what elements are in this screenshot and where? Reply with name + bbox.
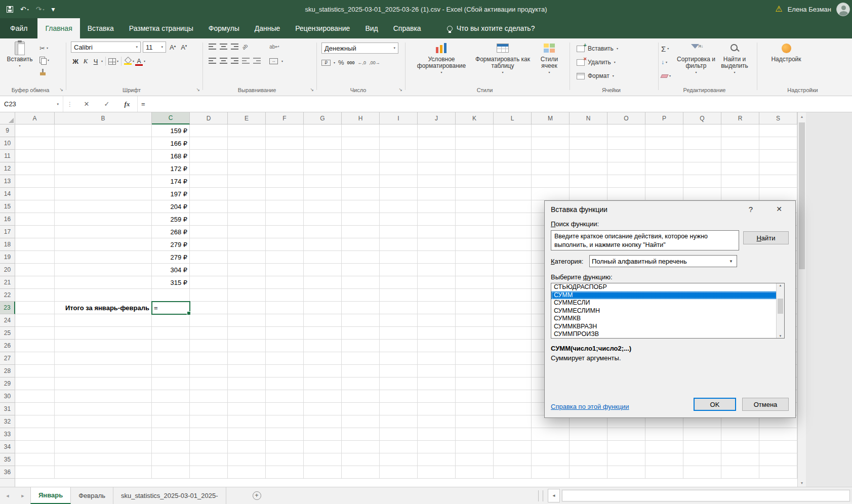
cell-H11[interactable] bbox=[342, 150, 380, 162]
cell-D34[interactable] bbox=[190, 441, 228, 453]
cell-H16[interactable] bbox=[342, 213, 380, 226]
cell-J16[interactable] bbox=[418, 213, 456, 226]
cell-C11[interactable]: 168 ₽ bbox=[152, 150, 190, 162]
cell-Q12[interactable] bbox=[683, 162, 721, 175]
cell-E21[interactable] bbox=[228, 276, 266, 289]
cell-L15[interactable] bbox=[494, 200, 532, 213]
row-header-31[interactable]: 31 bbox=[0, 403, 15, 415]
fill-button[interactable]: ↓▾ bbox=[661, 57, 667, 67]
cell-L9[interactable] bbox=[494, 124, 532, 137]
cell-K19[interactable] bbox=[456, 251, 494, 264]
cell-I22[interactable] bbox=[380, 289, 418, 302]
row-header-21[interactable]: 21 bbox=[0, 276, 15, 289]
cell-E9[interactable] bbox=[228, 124, 266, 137]
cell-L34[interactable] bbox=[494, 441, 532, 453]
cell-J34[interactable] bbox=[418, 441, 456, 453]
cell-F27[interactable] bbox=[266, 352, 304, 365]
cell-L30[interactable] bbox=[494, 390, 532, 403]
cell-P35[interactable] bbox=[645, 453, 683, 466]
alignment-dialog-launcher[interactable]: ↘ bbox=[310, 87, 314, 92]
cell-G9[interactable] bbox=[304, 124, 342, 137]
column-header-A[interactable]: A bbox=[15, 112, 55, 124]
cell-J20[interactable] bbox=[418, 264, 456, 276]
cell-O10[interactable] bbox=[607, 137, 645, 150]
cell-D21[interactable] bbox=[190, 276, 228, 289]
column-header-E[interactable]: E bbox=[228, 112, 266, 124]
percent-style-button[interactable]: % bbox=[338, 59, 344, 66]
cell-L10[interactable] bbox=[494, 137, 532, 150]
cell-C9[interactable]: 159 ₽ bbox=[152, 124, 190, 137]
cell-G25[interactable] bbox=[304, 327, 342, 340]
row-header-10[interactable]: 10 bbox=[0, 137, 15, 150]
cell-E22[interactable] bbox=[228, 289, 266, 302]
cell-B26[interactable] bbox=[55, 340, 152, 352]
cell-I33[interactable] bbox=[380, 428, 418, 441]
cell-S13[interactable] bbox=[759, 175, 797, 188]
cell-K32[interactable] bbox=[456, 415, 494, 428]
cell-L27[interactable] bbox=[494, 352, 532, 365]
cell-F20[interactable] bbox=[266, 264, 304, 276]
cell-I29[interactable] bbox=[380, 377, 418, 390]
cell-A22[interactable] bbox=[15, 289, 55, 302]
cell-H24[interactable] bbox=[342, 314, 380, 327]
cell-D17[interactable] bbox=[190, 226, 228, 238]
function-item-СУММЕСЛИ[interactable]: СУММЕСЛИ bbox=[551, 299, 784, 307]
cell-M14[interactable] bbox=[532, 188, 570, 200]
cell-H12[interactable] bbox=[342, 162, 380, 175]
cell-A10[interactable] bbox=[15, 137, 55, 150]
align-center-button[interactable] bbox=[220, 58, 227, 64]
number-format-select[interactable]: Денежный▾ bbox=[321, 43, 398, 54]
function-item-СУММКВ[interactable]: СУММКВ bbox=[551, 315, 784, 323]
cell-J27[interactable] bbox=[418, 352, 456, 365]
cell-L31[interactable] bbox=[494, 403, 532, 415]
cell-Q9[interactable] bbox=[683, 124, 721, 137]
cell-L36[interactable] bbox=[494, 466, 532, 479]
cell-I12[interactable] bbox=[380, 162, 418, 175]
function-help-link[interactable]: Справка по этой функции bbox=[551, 403, 629, 410]
cell-L24[interactable] bbox=[494, 314, 532, 327]
cell-F15[interactable] bbox=[266, 200, 304, 213]
cell-P34[interactable] bbox=[645, 441, 683, 453]
cell-D24[interactable] bbox=[190, 314, 228, 327]
cell-S9[interactable] bbox=[759, 124, 797, 137]
cell-G21[interactable] bbox=[304, 276, 342, 289]
cell-N34[interactable] bbox=[570, 441, 607, 453]
cell-I24[interactable] bbox=[380, 314, 418, 327]
cell-Q14[interactable] bbox=[683, 188, 721, 200]
cell-A21[interactable] bbox=[15, 276, 55, 289]
cell-E34[interactable] bbox=[228, 441, 266, 453]
cell-A33[interactable] bbox=[15, 428, 55, 441]
cell-H28[interactable] bbox=[342, 365, 380, 377]
cell-M13[interactable] bbox=[532, 175, 570, 188]
cell-K18[interactable] bbox=[456, 238, 494, 251]
row-header-35[interactable]: 35 bbox=[0, 453, 15, 466]
cell-I26[interactable] bbox=[380, 340, 418, 352]
cell-S12[interactable] bbox=[759, 162, 797, 175]
format-as-table-button[interactable]: Форматировать как таблицу▾ bbox=[475, 39, 531, 74]
cell-K20[interactable] bbox=[456, 264, 494, 276]
cell-J21[interactable] bbox=[418, 276, 456, 289]
cell-C17[interactable]: 268 ₽ bbox=[152, 226, 190, 238]
cell-J11[interactable] bbox=[418, 150, 456, 162]
cell-E35[interactable] bbox=[228, 453, 266, 466]
cell-J10[interactable] bbox=[418, 137, 456, 150]
cell-G28[interactable] bbox=[304, 365, 342, 377]
cell-G33[interactable] bbox=[304, 428, 342, 441]
cell-S10[interactable] bbox=[759, 137, 797, 150]
tab-data[interactable]: Данные bbox=[247, 18, 288, 38]
cell-B30[interactable] bbox=[55, 390, 152, 403]
cell-I23[interactable] bbox=[380, 302, 418, 314]
cell-O13[interactable] bbox=[607, 175, 645, 188]
cell-S34[interactable] bbox=[759, 441, 797, 453]
cell-E26[interactable] bbox=[228, 340, 266, 352]
cell-R9[interactable] bbox=[721, 124, 759, 137]
cell-E20[interactable] bbox=[228, 264, 266, 276]
cell-L18[interactable] bbox=[494, 238, 532, 251]
cell-H21[interactable] bbox=[342, 276, 380, 289]
row-header-34[interactable]: 34 bbox=[0, 441, 15, 453]
row-header-22[interactable]: 22 bbox=[0, 289, 15, 302]
cell-L29[interactable] bbox=[494, 377, 532, 390]
cell-M11[interactable] bbox=[532, 150, 570, 162]
cell-I36[interactable] bbox=[380, 466, 418, 479]
cell-C19[interactable]: 279 ₽ bbox=[152, 251, 190, 264]
